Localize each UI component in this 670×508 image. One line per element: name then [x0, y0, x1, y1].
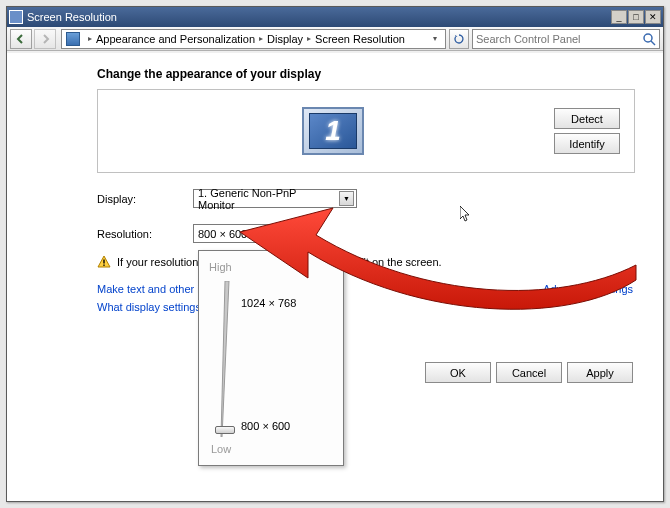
search-input[interactable] [476, 33, 642, 45]
ok-button[interactable]: OK [425, 362, 491, 383]
resolution-row: Resolution: 800 × 600 ▼ [97, 224, 635, 243]
search-box[interactable] [472, 29, 660, 49]
display-dropdown[interactable]: 1. Generic Non-PnP Monitor ▼ [193, 189, 357, 208]
chevron-icon: ▸ [307, 34, 311, 43]
svg-point-0 [644, 34, 652, 42]
svg-line-1 [651, 41, 655, 45]
resolution-option[interactable]: 1024 × 768 [241, 297, 296, 309]
svg-marker-4 [221, 281, 229, 437]
dialog-buttons: OK Cancel Apply [425, 362, 633, 383]
forward-icon [40, 34, 50, 44]
refresh-button[interactable] [449, 29, 469, 49]
window-title: Screen Resolution [27, 11, 610, 23]
identify-button[interactable]: Identify [554, 133, 620, 154]
titlebar: Screen Resolution _ □ ✕ [7, 7, 663, 27]
make-text-link[interactable]: Make text and other it [97, 283, 203, 295]
app-icon [9, 10, 23, 24]
warning-icon [97, 255, 111, 269]
display-preview-panel: 1 Detect Identify [97, 89, 635, 173]
advanced-settings-link[interactable]: Advanced settings [543, 283, 633, 295]
breadcrumb[interactable]: ▸ Appearance and Personalization ▸ Displ… [61, 29, 446, 49]
resolution-warning: If your resolution fit on the screen. [97, 255, 635, 269]
search-icon[interactable] [642, 32, 656, 46]
resolution-slider[interactable] [221, 281, 229, 437]
back-icon [16, 34, 26, 44]
display-label: Display: [97, 193, 193, 205]
warning-text-pre: If your resolution [117, 256, 198, 268]
maximize-button[interactable]: □ [628, 10, 644, 24]
resolution-option[interactable]: 800 × 600 [241, 420, 290, 432]
breadcrumb-seg-1[interactable]: Display [267, 33, 303, 45]
navigation-bar: ▸ Appearance and Personalization ▸ Displ… [7, 27, 663, 51]
chevron-icon: ▸ [259, 34, 263, 43]
dropdown-icon: ▼ [339, 191, 354, 206]
apply-button[interactable]: Apply [567, 362, 633, 383]
minimize-button[interactable]: _ [611, 10, 627, 24]
detect-button[interactable]: Detect [554, 108, 620, 129]
display-value: 1. Generic Non-PnP Monitor [198, 187, 335, 211]
back-button[interactable] [10, 29, 32, 49]
chevron-icon: ▸ [88, 34, 92, 43]
monitor-number: 1 [325, 115, 341, 147]
control-panel-icon [66, 32, 80, 46]
close-button[interactable]: ✕ [645, 10, 661, 24]
slider-track-icon [218, 281, 232, 437]
slider-high-label: High [209, 261, 333, 273]
slider-low-label: Low [211, 443, 231, 455]
refresh-icon [453, 33, 465, 45]
resolution-slider-popup[interactable]: High 1024 × 768800 × 600 Low [198, 250, 344, 466]
svg-rect-2 [103, 260, 104, 264]
svg-rect-3 [103, 265, 104, 266]
slider-thumb[interactable] [215, 426, 235, 434]
forward-button[interactable] [34, 29, 56, 49]
resolution-label: Resolution: [97, 228, 193, 240]
display-row: Display: 1. Generic Non-PnP Monitor ▼ [97, 189, 635, 208]
monitor-thumbnail[interactable]: 1 [302, 107, 364, 155]
warning-text-post: fit on the screen. [360, 256, 441, 268]
dropdown-icon: ▼ [267, 226, 282, 241]
what-display-link[interactable]: What display settings [97, 301, 201, 313]
cancel-button[interactable]: Cancel [496, 362, 562, 383]
breadcrumb-seg-2[interactable]: Screen Resolution [315, 33, 405, 45]
breadcrumb-dropdown-icon[interactable]: ▾ [433, 34, 437, 43]
breadcrumb-seg-0[interactable]: Appearance and Personalization [96, 33, 255, 45]
page-heading: Change the appearance of your display [97, 67, 635, 81]
resolution-dropdown[interactable]: 800 × 600 ▼ [193, 224, 285, 243]
resolution-value: 800 × 600 [198, 228, 247, 240]
